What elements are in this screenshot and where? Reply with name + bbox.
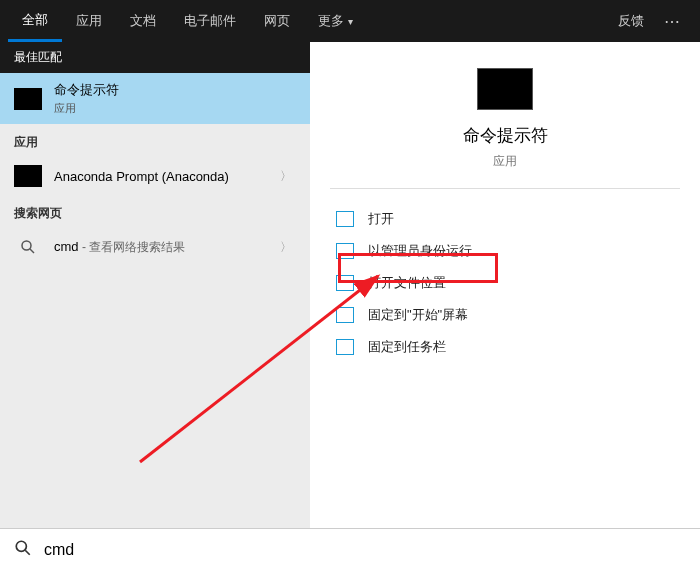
action-item-2[interactable]: 打开文件位置 (330, 267, 680, 299)
action-item-0[interactable]: 打开 (330, 203, 680, 235)
tab-more[interactable]: 更多 ▾ (304, 0, 367, 42)
result-title: cmd (54, 239, 79, 254)
results-panel: 最佳匹配 命令提示符 应用 应用 Anaconda Prompt (Anacon… (0, 42, 310, 528)
terminal-icon (14, 165, 42, 187)
chevron-right-icon: 〉 (276, 239, 296, 256)
svg-point-3 (16, 541, 26, 551)
result-title: 命令提示符 (54, 81, 296, 99)
search-input[interactable] (44, 541, 686, 559)
action-item-1[interactable]: 以管理员身份运行 (330, 235, 680, 267)
preview-title: 命令提示符 (330, 124, 680, 147)
search-icon (14, 539, 32, 561)
tab-docs[interactable]: 文档 (116, 0, 170, 42)
action-label: 固定到"开始"屏幕 (368, 306, 468, 324)
web-header: 搜索网页 (0, 195, 310, 228)
preview-panel: 命令提示符 应用 打开以管理员身份运行打开文件位置固定到"开始"屏幕固定到任务栏 (310, 42, 700, 528)
cmd-preview-icon (477, 68, 533, 110)
svg-line-4 (25, 550, 30, 555)
svg-line-1 (30, 249, 34, 253)
search-bar (0, 528, 700, 570)
action-item-4[interactable]: 固定到任务栏 (330, 331, 680, 363)
cmd-icon (14, 88, 42, 110)
tab-web[interactable]: 网页 (250, 0, 304, 42)
result-best-match[interactable]: 命令提示符 应用 (0, 73, 310, 124)
result-subtitle: 应用 (54, 101, 296, 116)
action-icon (336, 243, 354, 259)
apps-header: 应用 (0, 124, 310, 157)
chevron-right-icon: 〉 (276, 168, 296, 185)
result-app-anaconda[interactable]: Anaconda Prompt (Anaconda) 〉 (0, 157, 310, 195)
result-title: Anaconda Prompt (Anaconda) (54, 169, 276, 184)
preview-subtitle: 应用 (330, 153, 680, 170)
action-icon (336, 339, 354, 355)
action-icon (336, 211, 354, 227)
best-match-header: 最佳匹配 (0, 42, 310, 73)
action-label: 打开 (368, 210, 394, 228)
search-icon (14, 236, 42, 258)
action-label: 固定到任务栏 (368, 338, 446, 356)
tab-all[interactable]: 全部 (8, 0, 62, 42)
action-label: 打开文件位置 (368, 274, 446, 292)
chevron-down-icon: ▾ (348, 16, 353, 27)
svg-point-0 (22, 241, 31, 250)
more-options-icon[interactable]: ⋯ (654, 12, 692, 31)
result-web-cmd[interactable]: cmd - 查看网络搜索结果 〉 (0, 228, 310, 266)
tab-apps[interactable]: 应用 (62, 0, 116, 42)
action-icon (336, 307, 354, 323)
action-label: 以管理员身份运行 (368, 242, 472, 260)
feedback-link[interactable]: 反馈 (608, 12, 654, 30)
tab-email[interactable]: 电子邮件 (170, 0, 250, 42)
search-tabs: 全部 应用 文档 电子邮件 网页 更多 ▾ (8, 0, 367, 42)
action-icon (336, 275, 354, 291)
action-item-3[interactable]: 固定到"开始"屏幕 (330, 299, 680, 331)
result-extra: - 查看网络搜索结果 (79, 240, 186, 254)
